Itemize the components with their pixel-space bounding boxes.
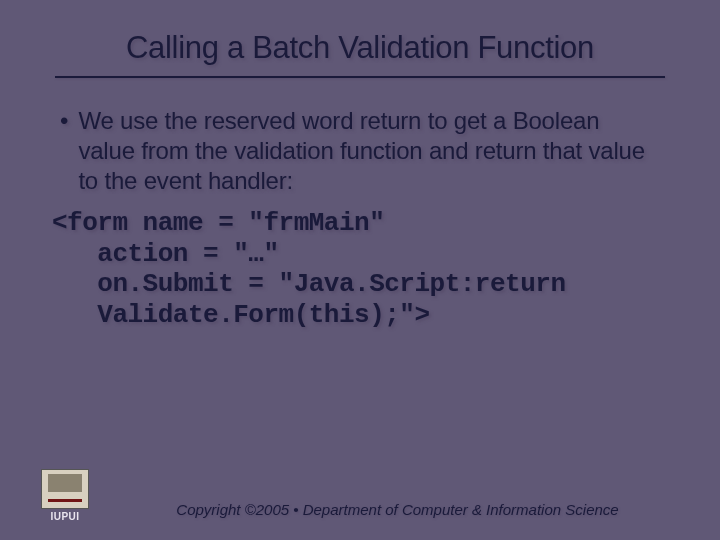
logo-label: IUPUI [50,511,79,522]
title-rule [55,76,665,78]
copyright-text: Copyright ©2005 • Department of Computer… [95,501,680,522]
code-line-3: on.Submit = "Java.Script:return [52,269,566,299]
code-line-2: action = "…" [52,239,279,269]
code-line-1: <form name = "frmMain" [52,208,384,238]
bullet-item: • We use the reserved word return to get… [60,106,650,196]
slide-title: Calling a Batch Validation Function [50,30,670,66]
logo: IUPUI [35,469,95,522]
slide: Calling a Batch Validation Function • We… [0,0,720,540]
logo-icon [41,469,89,509]
bullet-marker: • [60,106,68,136]
code-block: <form name = "frmMain" action = "…" on.S… [52,208,670,331]
code-line-4: Validate.Form(this);"> [52,300,430,330]
bullet-text: We use the reserved word return to get a… [78,106,650,196]
footer: IUPUI Copyright ©2005 • Department of Co… [0,469,720,522]
